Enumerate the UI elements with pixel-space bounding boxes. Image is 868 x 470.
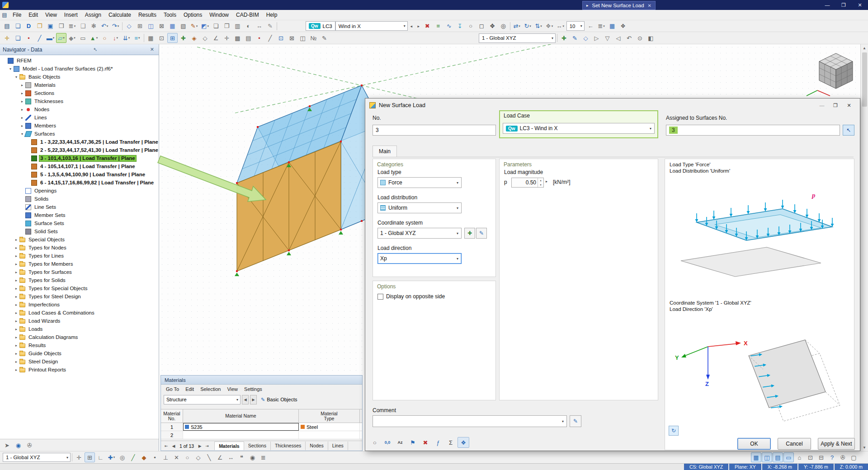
measure-icon[interactable]: ↔ (254, 21, 264, 31)
expand-icon[interactable]: ▸ (14, 270, 19, 274)
nearest-snap-icon[interactable]: ◇ (193, 452, 203, 462)
view-3d-icon[interactable]: ◇ (124, 21, 134, 31)
materials-menu-edit[interactable]: Edit (182, 385, 197, 393)
load-magnitude-input[interactable]: 0.50 ▴ ▾ (511, 178, 544, 188)
expand-icon[interactable]: ▸ (19, 124, 25, 128)
table-icon[interactable]: ▦ (167, 21, 178, 31)
split-window-icon[interactable]: ◫ (146, 21, 156, 31)
tree-item-guide-objects[interactable]: ▸ Guide Objects (0, 349, 159, 357)
tree-item-results[interactable]: ▸ Results (0, 341, 159, 349)
node-tool-icon[interactable]: • (24, 33, 34, 43)
line-tool-icon[interactable]: ╱ (34, 33, 45, 43)
materials-menu-selection[interactable]: Selection (197, 385, 224, 393)
tab-main[interactable]: Main (373, 146, 397, 157)
next-page-icon[interactable]: ▶ (196, 444, 203, 448)
tab-sections[interactable]: Sections (244, 442, 271, 450)
show-results-icon[interactable]: ∿ (444, 21, 454, 31)
hinge-tool-icon[interactable]: ○ (99, 33, 110, 43)
tree-item-openings[interactable]: Openings (0, 187, 159, 195)
view-grid-icon[interactable]: ⊞ (135, 21, 145, 31)
visibility-icon[interactable]: ◉ (247, 452, 258, 462)
move-objects-icon[interactable]: ⇄ (512, 21, 522, 31)
tree-item-sections[interactable]: ▸ Sections (0, 89, 159, 97)
previous-page-icon[interactable]: ◀ (170, 444, 177, 448)
menu-calculate[interactable]: Calculate (105, 10, 135, 20)
checkbox[interactable] (377, 294, 383, 300)
object-snap-icon[interactable]: ◆ (139, 452, 149, 462)
basic-objects-button[interactable]: ✎ Basic Objects (258, 397, 300, 403)
tree-item-types-for-nodes[interactable]: ▸ Types for Nodes (0, 244, 159, 252)
window-minimize-button[interactable]: — (819, 0, 835, 10)
scroll-up-icon[interactable]: ▲ (863, 44, 866, 52)
search-icon[interactable]: ◎ (498, 21, 509, 31)
settings-icon[interactable]: ✻ (89, 21, 99, 31)
display-navigator-icon[interactable]: ▥ (232, 21, 243, 31)
comment-edit-button[interactable]: ✎ (570, 415, 581, 427)
comment-icon[interactable]: ❝ (236, 452, 247, 462)
tree-item-basic-objects[interactable]: ▾ Basic Objects (0, 73, 159, 81)
tab-thicknesses[interactable]: Thicknesses (271, 442, 306, 450)
dlubal-app-icon[interactable]: D (24, 21, 34, 31)
tree-item-types-for-lines[interactable]: ▸ Types for Lines (0, 252, 159, 260)
home-icon[interactable]: ⌂ (794, 452, 805, 462)
tree-item-special-objects[interactable]: ▸ Special Objects (0, 235, 159, 244)
expand-icon[interactable]: ▸ (19, 83, 25, 87)
select-all-icon[interactable]: ▦ (146, 33, 156, 43)
navigator-toggle-icon[interactable]: ▤ (0, 12, 9, 18)
expand-icon[interactable]: ▸ (14, 287, 19, 291)
tree-item-types-for-solids[interactable]: ▸ Types for Solids (0, 276, 159, 284)
spinner-arrows[interactable]: ▴ ▾ (538, 178, 543, 187)
tree-item-load-cases-combinations[interactable]: ▸ Load Cases & Combinations (0, 309, 159, 317)
connect-lines-icon[interactable]: ❖ (544, 21, 555, 31)
panel-toggle-icon[interactable]: ◫ (762, 452, 772, 462)
find-icon[interactable]: ○ (369, 437, 381, 448)
previous-table-button[interactable]: ◀ (242, 395, 249, 404)
apply-next-button[interactable]: Apply & Next (818, 438, 855, 450)
tree-item-types-for-special-objects[interactable]: ▸ Types for Special Objects (0, 284, 159, 292)
line-extension-icon[interactable]: ╲ (204, 452, 214, 462)
snap-icon[interactable]: ✛ (74, 452, 84, 462)
window-close-button[interactable]: ✕ (852, 0, 868, 10)
tree-item-types-for-members[interactable]: ▸ Types for Members (0, 260, 159, 268)
select-special-icon[interactable]: ⊡ (156, 33, 167, 43)
tree-item-surface-5[interactable]: 5 - 1,3,5,4,94,100,90 | Load Transfer | … (0, 170, 159, 179)
help-icon[interactable]: ? (827, 452, 837, 462)
cs-edit-icon[interactable]: ✎ (570, 33, 580, 43)
scale-factor-combo[interactable]: 10 ▾ (566, 21, 585, 31)
load-case-combo[interactable]: Wind in X ▾ (335, 21, 408, 31)
tree-item-nodes[interactable]: ▸ Nodes (0, 105, 159, 113)
expand-icon[interactable]: ▸ (14, 368, 19, 372)
expand-icon[interactable]: ▸ (14, 360, 19, 364)
menu-file[interactable]: File (9, 10, 25, 20)
view-z-icon[interactable]: ◁ (613, 33, 623, 43)
select-filter-icon[interactable]: ➤ (2, 440, 12, 450)
column-header-material-name[interactable]: Material Name (183, 409, 299, 423)
expand-icon[interactable]: ▸ (14, 327, 19, 331)
tab-lines[interactable]: Lines (328, 442, 348, 450)
loads-display-icon[interactable]: ↧ (455, 21, 465, 31)
expand-icon[interactable]: ▸ (14, 335, 19, 339)
chart-icon[interactable]: ▧ (178, 21, 189, 31)
expand-icon[interactable]: ▸ (14, 254, 19, 258)
tree-item-thicknesses[interactable]: ▸ Thicknesses (0, 97, 159, 105)
structure-filter-combo[interactable]: Structure ▾ (164, 395, 241, 404)
expand-icon[interactable]: ▸ (19, 116, 25, 120)
mirror-objects-icon[interactable]: ⇅ (533, 21, 544, 31)
load-direction-dropdown[interactable]: Xp ▾ (377, 253, 462, 264)
next-table-button[interactable]: ▶ (250, 395, 257, 404)
perpendicular-snap-icon[interactable]: ⊥ (160, 452, 171, 462)
tree-item-surface-4[interactable]: 4 - 105,14,107,1 | Load Transfer | Plane (0, 162, 159, 170)
support-tool-icon[interactable]: ▲ (89, 33, 99, 43)
material-type-cell[interactable]: Steel (299, 423, 360, 431)
isometry-icon[interactable]: ◇ (580, 33, 591, 43)
menu-assign[interactable]: Assign (81, 10, 105, 20)
camera-icon[interactable]: ✇ (838, 452, 848, 462)
formula-icon[interactable]: ƒ (432, 437, 444, 448)
national-annex-icon[interactable]: ⚑ (407, 437, 419, 448)
expand-icon[interactable]: ▸ (19, 99, 25, 103)
close-tab-icon[interactable]: ✕ (648, 3, 651, 8)
tree-item-line-sets[interactable]: Line Sets (0, 203, 159, 211)
table-toggle-icon[interactable]: ▦ (751, 452, 761, 462)
cascade-icon[interactable]: ❐ (222, 21, 232, 31)
coordinate-system-dropdown[interactable]: 1 - Global XYZ ▾ (377, 228, 462, 239)
